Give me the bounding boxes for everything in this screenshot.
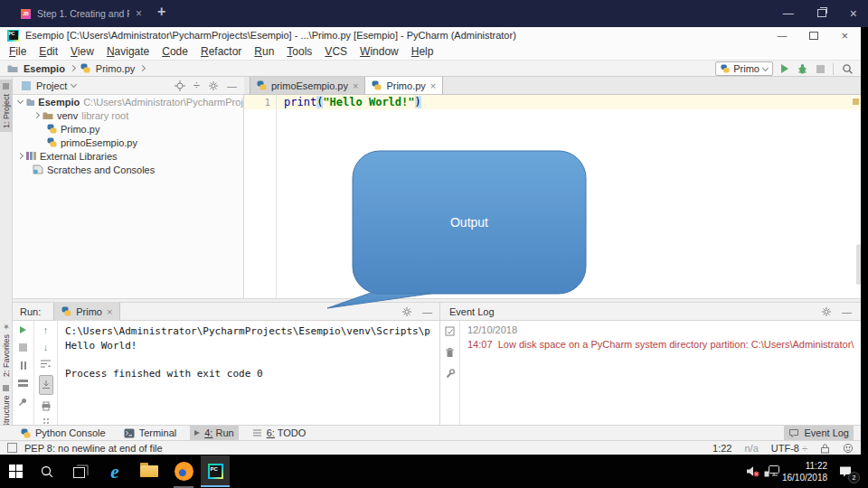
menu-help[interactable]: Help <box>405 45 440 58</box>
close-button[interactable]: × <box>841 29 848 42</box>
tab-close-icon[interactable]: × <box>136 7 142 20</box>
menu-vcs[interactable]: VCS <box>318 45 354 58</box>
print-icon[interactable] <box>41 401 52 411</box>
menu-edit[interactable]: Edit <box>33 45 64 58</box>
maximize-button[interactable] <box>809 32 818 40</box>
tree-row-venv[interactable]: venv library root <box>13 108 243 122</box>
new-tab-button[interactable]: + <box>157 4 165 20</box>
breadcrumb-file[interactable]: Primo.py <box>96 63 135 74</box>
windows-logo-icon <box>9 465 23 478</box>
callout-label: Output <box>450 215 488 230</box>
collapsed-chevron-icon[interactable] <box>17 153 24 159</box>
line-number: 1 <box>264 97 270 108</box>
folder-icon <box>7 64 18 73</box>
stop-button[interactable] <box>19 343 27 352</box>
encoding-widget[interactable]: UTF-8÷ <box>771 443 807 454</box>
tree-row-primo[interactable]: Primo.py <box>13 122 243 136</box>
run-tab-primo[interactable]: Primo × <box>53 303 120 321</box>
editor-scrollbar[interactable] <box>856 244 861 285</box>
inspections-hector-icon[interactable] <box>843 443 854 454</box>
hide-panel-button[interactable]: — <box>227 80 237 91</box>
menu-window[interactable]: Window <box>354 45 405 58</box>
folder-icon <box>26 98 34 107</box>
taskbar-internet-explorer[interactable]: e <box>98 455 132 488</box>
settings-gear-icon[interactable] <box>208 80 219 91</box>
minimize-button[interactable]: — <box>777 30 787 41</box>
tree-row-external-libraries[interactable]: External Libraries <box>13 149 243 163</box>
mark-read-icon[interactable] <box>445 326 456 337</box>
run-button[interactable] <box>781 64 788 73</box>
menu-view[interactable]: View <box>64 45 100 58</box>
close-tab-icon[interactable]: × <box>107 306 112 317</box>
status-message[interactable]: PEP 8: no newline at end of file <box>24 443 163 454</box>
lock-icon[interactable] <box>820 443 830 454</box>
code-line: print("Hello World!") <box>284 96 421 108</box>
breadcrumb-project[interactable]: Esempio <box>24 63 65 74</box>
wrench-icon[interactable] <box>445 368 456 379</box>
locate-file-button[interactable] <box>175 80 185 91</box>
menu-refactor[interactable]: Refactor <box>194 45 248 58</box>
debug-button[interactable] <box>797 63 808 75</box>
tree-row-esempio[interactable]: Esempio C:\Users\Administrator\PycharmPr… <box>13 95 243 108</box>
pin-icon[interactable] <box>18 397 28 407</box>
tool-todo[interactable]: 6: TODO <box>248 426 311 440</box>
taskbar-file-explorer[interactable] <box>132 455 166 488</box>
taskbar-search-button[interactable] <box>31 455 63 488</box>
line-separator[interactable]: n/a <box>744 443 758 454</box>
search-everywhere-button[interactable] <box>842 63 854 75</box>
menu-code[interactable]: Code <box>156 45 194 58</box>
taskbar-clock[interactable]: 11:2216/10/2018 <box>781 455 828 488</box>
trash-icon[interactable] <box>445 347 455 358</box>
tree-row-scratches[interactable]: Scratches and Consoles <box>13 163 243 176</box>
taskbar-pycharm[interactable]: PC <box>201 455 230 487</box>
expanded-chevron-icon[interactable] <box>17 98 24 104</box>
event-log-content[interactable]: 12/10/2018 14:07 Low disk space on a PyC… <box>467 324 856 352</box>
action-center-button[interactable]: 2 <box>834 455 857 488</box>
collapsed-chevron-icon[interactable] <box>33 112 40 118</box>
stop-button[interactable] <box>816 65 825 73</box>
tool-stripe-favorites[interactable]: 2: Favorites★ <box>0 321 13 379</box>
browser-close-button[interactable]: × <box>850 8 857 19</box>
taskbar-firefox[interactable] <box>166 455 201 488</box>
more-options-icon[interactable] <box>42 418 50 425</box>
tool-event-log[interactable]: Event Log <box>784 426 854 440</box>
browser-restore-button[interactable] <box>817 8 826 19</box>
settings-gear-icon[interactable] <box>821 306 832 317</box>
soft-wrap-icon[interactable] <box>40 359 52 369</box>
status-toggle-icon[interactable] <box>7 443 17 453</box>
rerun-button[interactable] <box>20 326 26 333</box>
close-tab-icon[interactable]: × <box>430 80 436 91</box>
browser-window-controls: — × <box>783 8 857 19</box>
scroll-to-end-button[interactable] <box>39 375 53 395</box>
tree-row-primoesempio[interactable]: primoEsempio.py <box>13 136 243 149</box>
menu-tools[interactable]: Tools <box>280 45 318 58</box>
up-stacktrace-icon[interactable]: ↑ <box>43 324 49 335</box>
tool-python-console[interactable]: Python Console <box>16 426 110 440</box>
restart-frame-icon[interactable] <box>18 380 28 387</box>
editor-tab-primoesempio[interactable]: primoEsempio.py × <box>250 77 365 94</box>
python-file-icon <box>372 80 382 90</box>
error-stripe-mark <box>853 99 859 105</box>
start-button[interactable] <box>0 455 31 488</box>
collapse-all-button[interactable]: ÷ <box>193 81 200 90</box>
pause-button[interactable] <box>21 361 26 370</box>
browser-tab[interactable]: JB Step 1. Creating and Running Y × <box>14 0 150 27</box>
run-config-select[interactable]: Primo <box>715 61 773 76</box>
project-panel-title[interactable]: Project <box>36 80 67 91</box>
tool-run[interactable]: 4: Run <box>190 426 238 440</box>
menu-file[interactable]: File <box>3 45 33 58</box>
hide-panel-button[interactable]: — <box>842 306 852 317</box>
down-stacktrace-icon[interactable]: ↓ <box>43 342 49 352</box>
menu-navigate[interactable]: Navigate <box>100 45 156 58</box>
menu-run[interactable]: Run <box>248 45 280 58</box>
tray-volume[interactable] <box>743 455 761 488</box>
browser-minimize-button[interactable]: — <box>783 8 794 19</box>
task-view-button[interactable] <box>63 455 98 488</box>
caret-position[interactable]: 1:22 <box>712 443 731 454</box>
console-output[interactable]: C:\Users\Administrator\PycharmProjects\E… <box>65 324 431 380</box>
tool-stripe-project[interactable]: 1: Project <box>0 80 13 132</box>
editor-tab-primo[interactable]: Primo.py × <box>365 77 443 94</box>
tool-terminal[interactable]: Terminal <box>119 426 182 440</box>
close-tab-icon[interactable]: × <box>353 80 358 91</box>
tray-network[interactable] <box>761 455 781 488</box>
